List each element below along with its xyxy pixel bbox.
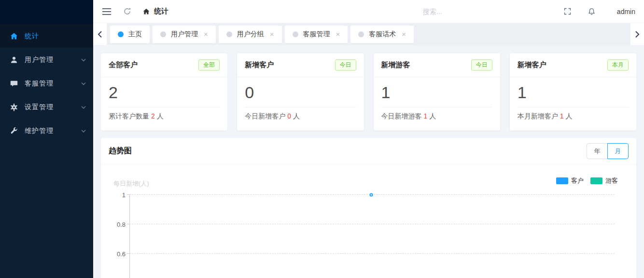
chevron-right-icon	[635, 31, 640, 38]
card-title: 新增客户	[518, 60, 546, 70]
gear-icon	[9, 102, 19, 112]
fullscreen-icon[interactable]	[563, 7, 573, 16]
tab-label: 用户管理	[171, 30, 198, 39]
data-point-customers	[370, 193, 373, 197]
card-value: 0	[237, 77, 364, 107]
tab-label: 用户分组	[237, 30, 264, 39]
tab-status-dot	[118, 31, 124, 37]
card-footer: 本月新增客户1人	[510, 107, 636, 126]
y-axis	[129, 194, 130, 278]
wrench-icon	[9, 126, 19, 136]
stat-card-all-customers: 全部客户 全部 2 累计客户数量2人	[101, 53, 227, 131]
hamburger-icon[interactable]	[102, 7, 112, 16]
plot-area: 1 0.8 0.6	[129, 194, 615, 278]
chevron-down-icon	[81, 104, 86, 110]
card-footer: 累计客户数量2人	[101, 107, 227, 126]
legend-swatch	[590, 177, 602, 184]
trend-header: 趋势图 年 月	[101, 138, 636, 165]
breadcrumb: 统计	[142, 7, 168, 16]
tab-status-dot	[358, 31, 364, 37]
status-badge: 全部	[198, 59, 220, 71]
month-toggle-button[interactable]: 月	[607, 143, 629, 159]
close-icon[interactable]: ×	[402, 30, 406, 38]
sidebar-item-label: 用户管理	[25, 56, 81, 64]
y-tick-label: 1	[109, 191, 126, 199]
page-title: 统计	[154, 7, 168, 16]
close-icon[interactable]: ×	[336, 30, 340, 38]
chart-legend: 客户 游客	[549, 176, 618, 185]
period-toggle: 年 月	[587, 143, 629, 159]
footer-number: 2	[151, 112, 155, 120]
footer-number: 0	[287, 112, 291, 120]
sidebar-item-service-management[interactable]: 客服管理	[0, 72, 93, 95]
gridline: 0.8	[129, 224, 615, 224]
chevron-left-icon	[98, 31, 102, 38]
legend-item-customers[interactable]: 客户	[556, 176, 584, 185]
tabs-scroll-left-button[interactable]	[93, 23, 107, 45]
footer-number: 1	[560, 112, 564, 120]
gridline: 1	[129, 194, 615, 195]
sidebar-item-maintenance-management[interactable]: 维护管理	[0, 119, 93, 143]
footer-number: 1	[424, 112, 428, 120]
stat-cards-row: 全部客户 全部 2 累计客户数量2人 新增客户 今日 0 今日新增客户0人 新增…	[101, 53, 636, 131]
bell-icon[interactable]	[587, 7, 597, 16]
card-title: 全部客户	[109, 60, 138, 70]
sidebar-logo-area	[0, 0, 93, 24]
year-toggle-button[interactable]: 年	[587, 143, 608, 159]
status-badge: 今日	[335, 59, 356, 71]
sidebar-item-label: 设置管理	[25, 103, 81, 112]
home-icon	[9, 31, 19, 41]
chevron-down-icon	[81, 81, 86, 87]
tab-bar: 主页 用户管理 × 用户分组 × 客服管理 × 客服话术 ×	[93, 23, 644, 45]
stat-card-new-customers-month: 新增客户 本月 1 本月新增客户1人	[510, 53, 636, 131]
tab-service-management[interactable]: 客服管理 ×	[285, 26, 348, 43]
close-icon[interactable]: ×	[270, 30, 274, 38]
tabs-scroll-right-button[interactable]	[630, 23, 644, 45]
stat-card-new-customers-today: 新增客户 今日 0 今日新增客户0人	[237, 53, 364, 131]
sidebar-item-settings-management[interactable]: 设置管理	[0, 95, 93, 119]
status-badge: 本月	[607, 59, 629, 71]
gridline: 0.6	[129, 253, 615, 254]
home-icon	[142, 8, 150, 15]
tabs-strip: 主页 用户管理 × 用户分组 × 客服管理 × 客服话术 ×	[107, 23, 630, 45]
close-icon[interactable]: ×	[204, 30, 208, 38]
refresh-icon[interactable]	[122, 7, 132, 16]
chevron-down-icon	[81, 128, 86, 134]
tab-service-scripts[interactable]: 客服话术 ×	[350, 26, 414, 43]
user-menu[interactable]: admin	[617, 8, 635, 15]
card-value: 2	[101, 77, 227, 107]
tab-label: 客服管理	[303, 30, 330, 39]
y-tick-label: 0.8	[109, 221, 126, 228]
status-badge: 今日	[471, 59, 492, 71]
sidebar-item-statistics[interactable]: 统计	[0, 24, 93, 48]
card-title: 新增游客	[381, 60, 410, 70]
tab-user-groups[interactable]: 用户分组 ×	[219, 26, 282, 43]
chevron-down-icon	[81, 57, 86, 63]
sidebar-item-label: 客服管理	[25, 79, 81, 88]
card-title: 新增客户	[245, 60, 274, 70]
tick-mark	[127, 253, 129, 254]
tick-mark	[127, 224, 129, 224]
y-axis-title: 每日新增(人)	[113, 179, 149, 188]
main-column: 统计 admin 主页 用户管理 ×	[93, 0, 644, 278]
legend-swatch	[556, 177, 568, 184]
tick-mark	[127, 194, 129, 195]
card-footer: 今日新增游客1人	[374, 107, 500, 126]
tab-user-management[interactable]: 用户管理 ×	[153, 26, 216, 43]
tab-status-dot	[293, 31, 298, 37]
tab-status-dot	[226, 31, 232, 37]
user-icon	[9, 55, 19, 65]
line-chart: 每日新增(人) 客户 游客 1	[101, 165, 636, 278]
chat-icon	[9, 79, 19, 88]
sidebar: 统计 用户管理 客服管理 设置管理	[0, 0, 93, 278]
y-tick-label: 0.6	[109, 250, 126, 258]
sidebar-item-user-management[interactable]: 用户管理	[0, 48, 93, 72]
card-value: 1	[510, 77, 636, 107]
tab-status-dot	[160, 31, 166, 37]
tab-label: 客服话术	[369, 30, 396, 39]
legend-item-visitors[interactable]: 游客	[590, 176, 618, 185]
card-value: 1	[374, 77, 500, 107]
search-input[interactable]	[423, 8, 510, 15]
tab-home[interactable]: 主页	[110, 26, 150, 43]
section-title: 趋势图	[109, 146, 132, 156]
